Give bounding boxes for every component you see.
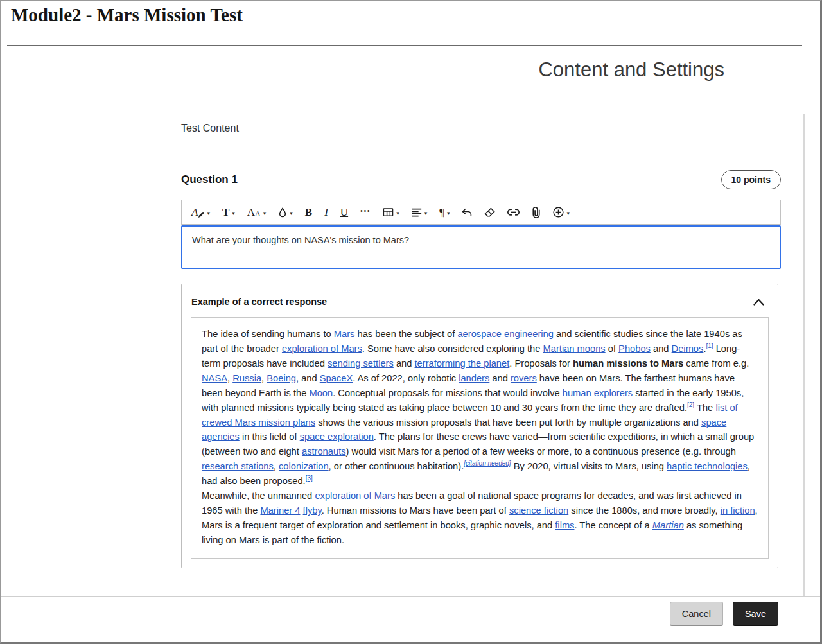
inline-link[interactable]: Mariner 4	[260, 505, 300, 516]
inline-link[interactable]: Boeing	[267, 373, 296, 383]
inline-link[interactable]: Martian moons	[543, 344, 606, 354]
font-icon: T	[222, 207, 229, 218]
bold-button[interactable]: B	[299, 203, 318, 222]
question-title: Question 1	[181, 173, 238, 186]
footer-divider	[1, 596, 820, 597]
text-segment: . The concept of a	[574, 520, 652, 530]
inline-link[interactable]: Phobos	[618, 344, 651, 354]
text-segment: The	[694, 403, 715, 413]
chevron-up-icon	[753, 299, 767, 306]
text-segment: , and	[296, 373, 320, 383]
inline-link[interactable]: exploration of Mars	[315, 491, 395, 501]
section-divider	[7, 96, 802, 96]
example-response-header[interactable]: Example of a correct response	[191, 293, 769, 317]
inline-link[interactable]: in fiction	[721, 505, 755, 516]
font-button[interactable]: T▾	[216, 203, 241, 222]
inline-link[interactable]: research stations	[202, 461, 274, 471]
text-segment: and	[651, 344, 672, 354]
highlight-button[interactable]: ▾	[272, 203, 299, 222]
inline-link[interactable]: flyby	[303, 505, 322, 516]
save-button[interactable]: Save	[733, 602, 778, 626]
text-segment: of	[606, 344, 618, 354]
align-button[interactable]: ▾	[406, 203, 433, 222]
caret-down-icon: ▾	[396, 210, 399, 216]
inline-link[interactable]: Moon	[309, 388, 333, 398]
attachment-button[interactable]	[526, 203, 547, 222]
inline-link[interactable]: space exploration	[300, 431, 374, 442]
highlight-icon	[278, 207, 287, 218]
font-size-button[interactable]: AA▾	[241, 203, 272, 222]
inline-link[interactable]: rovers	[511, 373, 537, 383]
paragraph-icon: ¶	[439, 207, 444, 218]
citation-link[interactable]: [2]	[687, 401, 694, 408]
inline-link[interactable]: Mars	[334, 329, 355, 339]
caret-down-icon: ▾	[290, 210, 293, 216]
italic-icon: I	[324, 207, 328, 218]
link-button[interactable]	[502, 203, 525, 222]
more-button[interactable]: •••	[354, 203, 376, 222]
inline-link[interactable]: landers	[459, 373, 489, 383]
eraser-button[interactable]	[478, 203, 501, 222]
points-badge: 10 points	[721, 170, 781, 189]
content-and-settings-page: Module2 - Mars Mission Test Content and …	[0, 0, 822, 644]
text-segment: and	[394, 358, 415, 369]
table-button[interactable]: ▾	[377, 203, 405, 222]
inline-link[interactable]: human explorers	[563, 388, 633, 398]
text-segment: . As of 2022, only robotic	[353, 373, 459, 383]
inline-link[interactable]: Russia	[232, 373, 261, 383]
insert-icon	[553, 207, 564, 218]
citation-link[interactable]: [citation needed]	[464, 460, 511, 467]
text-segment: ,	[274, 461, 279, 471]
inline-link[interactable]: exploration of Mars	[282, 344, 362, 354]
attachment-icon	[532, 207, 541, 218]
inline-link[interactable]: sending settlers	[328, 358, 394, 369]
text-color-button[interactable]: A▾	[186, 203, 216, 222]
inline-link[interactable]: Deimos	[672, 344, 704, 354]
underline-icon: U	[340, 207, 348, 218]
scrollbar[interactable]	[803, 114, 805, 596]
caret-down-icon: ▾	[232, 210, 235, 216]
text-segment: came from e.g.	[683, 358, 749, 369]
question-header-row: Question 1 10 points	[181, 170, 781, 189]
caret-down-icon: ▾	[424, 210, 428, 216]
citation-link[interactable]: [1]	[706, 342, 713, 349]
text-segment: Meanwhile, the unmanned	[202, 491, 315, 501]
text-segment: since the 1880s, and more broadly,	[568, 505, 721, 516]
text-segment: human missions to Mars	[573, 358, 683, 369]
underline-button[interactable]: U	[335, 203, 354, 222]
italic-button[interactable]: I	[319, 203, 334, 222]
text-segment: and	[489, 373, 511, 383]
inline-link[interactable]: haptic technologies	[667, 461, 748, 471]
example-response-panel: Example of a correct response The idea o…	[181, 284, 778, 568]
response-paragraph: The idea of sending humans to Mars has b…	[202, 327, 758, 489]
inline-link[interactable]: science fiction	[509, 505, 568, 516]
text-segment: By 2020, virtual visits to Mars, using	[511, 461, 667, 471]
text-segment: , or other continuous habitation).	[329, 461, 464, 471]
paragraph-button[interactable]: ¶▾	[433, 203, 455, 222]
inline-link[interactable]: aerospace engineering	[457, 329, 553, 339]
inline-link[interactable]: terraforming the planet	[415, 358, 510, 369]
undo-button[interactable]	[456, 203, 478, 222]
bold-icon: B	[305, 207, 312, 218]
cancel-button[interactable]: Cancel	[670, 602, 723, 626]
undo-icon	[462, 208, 472, 217]
inline-link[interactable]: astronauts	[302, 446, 346, 457]
inline-link[interactable]: SpaceX	[320, 373, 353, 383]
inline-link[interactable]: NASA	[202, 373, 227, 383]
inline-link[interactable]: films	[555, 520, 574, 530]
title-divider	[7, 45, 802, 46]
insert-button[interactable]: ▾	[547, 203, 575, 222]
inline-link[interactable]: colonization	[279, 461, 329, 471]
citation-link[interactable]: [3]	[306, 474, 313, 482]
caret-down-icon: ▾	[207, 210, 210, 216]
page-title: Module2 - Mars Mission Test	[11, 4, 243, 26]
caret-down-icon: ▾	[566, 210, 570, 216]
main-content: Test Content Question 1 10 points A▾T▾AA…	[181, 123, 781, 568]
text-segment: . Conceptual proposals for missions that…	[333, 388, 563, 398]
text-segment: . Proposals for	[509, 358, 573, 369]
question-text-input[interactable]: What are your thoughts on NASA's mission…	[181, 225, 781, 269]
caret-down-icon: ▾	[263, 210, 267, 216]
inline-link[interactable]: Martian	[652, 520, 684, 530]
editor-toolbar: A▾T▾AA▾▾BIU•••▾▾¶▾▾	[181, 200, 781, 225]
text-segment: The idea of sending humans to	[202, 329, 334, 339]
